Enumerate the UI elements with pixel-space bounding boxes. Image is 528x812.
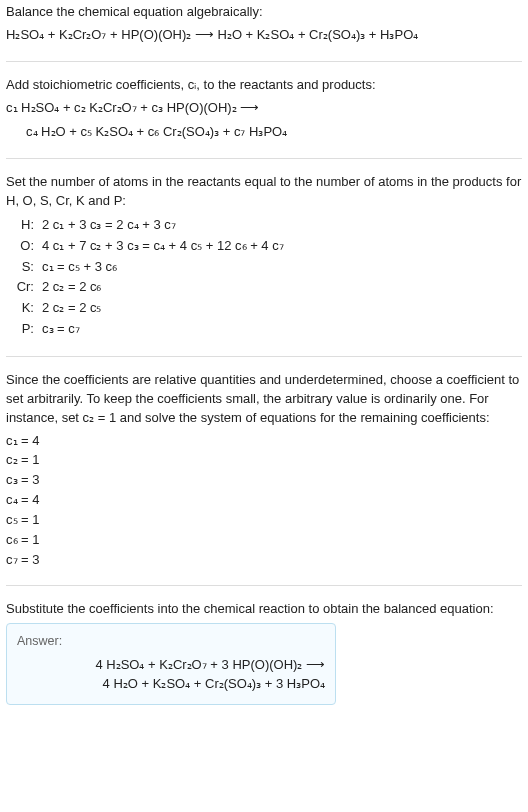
atom-eq: c₃ = c₇ xyxy=(38,319,288,340)
stoich-intro: Add stoichiometric coefficients, cᵢ, to … xyxy=(6,76,522,95)
atom-eq: 2 c₂ = 2 c₆ xyxy=(38,277,288,298)
table-row: H: 2 c₁ + 3 c₃ = 2 c₄ + 3 c₇ xyxy=(6,215,288,236)
answer-equation-line1: 4 H₂SO₄ + K₂Cr₂O₇ + 3 HP(O)(OH)₂ ⟶ xyxy=(17,656,325,675)
atom-eq: c₁ = c₅ + 3 c₆ xyxy=(38,257,288,278)
coef-line: c₄ = 4 xyxy=(6,491,522,510)
table-row: S: c₁ = c₅ + 3 c₆ xyxy=(6,257,288,278)
atom-label: P: xyxy=(6,319,38,340)
table-row: P: c₃ = c₇ xyxy=(6,319,288,340)
atom-label: K: xyxy=(6,298,38,319)
coef-line: c₇ = 3 xyxy=(6,551,522,570)
table-row: Cr: 2 c₂ = 2 c₆ xyxy=(6,277,288,298)
atom-eq: 4 c₁ + 7 c₂ + 3 c₃ = c₄ + 4 c₅ + 12 c₆ +… xyxy=(38,236,288,257)
unbalanced-equation: H₂SO₄ + K₂Cr₂O₇ + HP(O)(OH)₂ ⟶ H₂O + K₂S… xyxy=(6,26,522,45)
atom-label: H: xyxy=(6,215,38,236)
answer-box: Answer: 4 H₂SO₄ + K₂Cr₂O₇ + 3 HP(O)(OH)₂… xyxy=(6,623,336,705)
coef-line: c₁ = 4 xyxy=(6,432,522,451)
atoms-intro: Set the number of atoms in the reactants… xyxy=(6,173,522,211)
stoich-equation-line2: c₄ H₂O + c₅ K₂SO₄ + c₆ Cr₂(SO₄)₃ + c₇ H₃… xyxy=(6,123,522,142)
answer-label: Answer: xyxy=(17,632,325,650)
coef-line: c₅ = 1 xyxy=(6,511,522,530)
divider-1 xyxy=(6,61,522,62)
atom-label: Cr: xyxy=(6,277,38,298)
divider-3 xyxy=(6,356,522,357)
divider-2 xyxy=(6,158,522,159)
divider-4 xyxy=(6,585,522,586)
coef-line: c₃ = 3 xyxy=(6,471,522,490)
atoms-table: H: 2 c₁ + 3 c₃ = 2 c₄ + 3 c₇ O: 4 c₁ + 7… xyxy=(6,215,288,340)
atom-eq: 2 c₂ = 2 c₅ xyxy=(38,298,288,319)
atom-label: O: xyxy=(6,236,38,257)
coef-line: c₆ = 1 xyxy=(6,531,522,550)
coef-line: c₂ = 1 xyxy=(6,451,522,470)
table-row: K: 2 c₂ = 2 c₅ xyxy=(6,298,288,319)
atom-label: S: xyxy=(6,257,38,278)
atom-eq: 2 c₁ + 3 c₃ = 2 c₄ + 3 c₇ xyxy=(38,215,288,236)
answer-equation-line2: 4 H₂O + K₂SO₄ + Cr₂(SO₄)₃ + 3 H₃PO₄ xyxy=(17,675,325,694)
intro-text: Balance the chemical equation algebraica… xyxy=(6,3,522,22)
table-row: O: 4 c₁ + 7 c₂ + 3 c₃ = c₄ + 4 c₅ + 12 c… xyxy=(6,236,288,257)
subst-text: Substitute the coefficients into the che… xyxy=(6,600,522,619)
stoich-equation-line1: c₁ H₂SO₄ + c₂ K₂Cr₂O₇ + c₃ HP(O)(OH)₂ ⟶ xyxy=(6,99,522,118)
choose-text: Since the coefficients are relative quan… xyxy=(6,371,522,428)
